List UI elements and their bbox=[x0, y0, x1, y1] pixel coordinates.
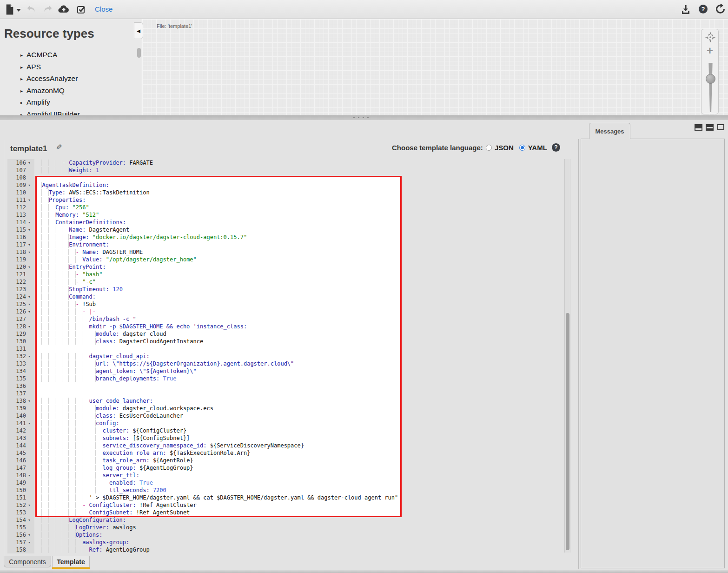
expand-triangle-icon[interactable]: ▸ bbox=[20, 76, 23, 81]
code-text[interactable]: class: DagsterCloudAgentInstance bbox=[34, 338, 203, 345]
resource-type-amazonmq[interactable]: ▸AmazonMQ bbox=[20, 86, 65, 95]
tab-messages[interactable]: Messages bbox=[589, 123, 630, 139]
horizontal-resize-handle[interactable] bbox=[0, 115, 728, 120]
code-text[interactable]: dagster_cloud_api: bbox=[34, 353, 150, 360]
fold-toggle-icon[interactable]: ▾ bbox=[26, 516, 33, 524]
expand-triangle-icon[interactable]: ▸ bbox=[20, 65, 23, 70]
code-text[interactable]: LogConfiguration: bbox=[34, 516, 126, 524]
code-line[interactable]: 110 Type: AWS::ECS::TaskDefinition bbox=[7, 189, 564, 196]
expand-triangle-icon[interactable]: ▸ bbox=[20, 88, 23, 93]
resource-type-acmpca[interactable]: ▸ACMPCA bbox=[20, 50, 57, 60]
file-menu-caret-icon[interactable] bbox=[16, 9, 21, 12]
code-line[interactable]: 119 Value: "/opt/dagster/dagster_home" bbox=[7, 256, 564, 263]
code-line[interactable]: 153 ConfigSubnet: !Ref AgentSubnet bbox=[7, 509, 564, 516]
code-text[interactable]: Cpu: "256" bbox=[34, 204, 89, 211]
code-text[interactable]: url: \"https://${DagsterOrganization}.ag… bbox=[34, 360, 294, 367]
code-line[interactable]: 126▾ - |- bbox=[7, 308, 564, 315]
code-text[interactable]: awslogs-group: bbox=[34, 539, 129, 546]
code-line[interactable]: 156▾ Options: bbox=[7, 531, 564, 539]
code-text[interactable]: Memory: "512" bbox=[34, 211, 99, 219]
code-line[interactable]: 124▾ Command: bbox=[7, 293, 564, 300]
code-line[interactable]: 157▾ awslogs-group: bbox=[7, 539, 564, 546]
code-line[interactable]: 154▾ LogConfiguration: bbox=[7, 516, 564, 524]
fold-toggle-icon[interactable]: ▾ bbox=[26, 248, 33, 256]
fold-toggle-icon[interactable]: ▾ bbox=[26, 308, 33, 315]
fold-toggle-icon[interactable]: ▾ bbox=[26, 353, 33, 360]
code-line[interactable]: 130 class: DagsterCloudAgentInstance bbox=[7, 338, 564, 345]
code-line[interactable]: 134 agent_token: \"${AgentToken}\" bbox=[7, 367, 564, 375]
resource-list-scrollbar[interactable] bbox=[137, 48, 141, 58]
code-text[interactable] bbox=[34, 174, 35, 181]
fold-toggle-icon[interactable]: ▾ bbox=[26, 196, 33, 204]
fold-toggle-icon[interactable]: ▾ bbox=[26, 539, 33, 546]
code-text[interactable]: branch_deployments: True bbox=[34, 375, 176, 382]
code-text[interactable]: execution_role_arn: ${TaskExecutionRole.… bbox=[34, 449, 250, 457]
collapse-panel-button[interactable]: ◀ bbox=[134, 22, 143, 39]
code-text[interactable]: Weight: 1 bbox=[34, 167, 99, 174]
code-line[interactable]: 118▾ - Name: DAGSTER_HOME bbox=[7, 248, 564, 256]
validate-checkbox-icon[interactable] bbox=[76, 4, 87, 15]
code-text[interactable]: /bin/bash -c " bbox=[34, 315, 136, 323]
code-text[interactable]: ' > $DAGSTER_HOME/dagster.yaml && cat $D… bbox=[34, 494, 398, 501]
code-text[interactable]: class: EcsUserCodeLauncher bbox=[34, 412, 183, 420]
template-editor[interactable]: 106▾ - CapacityProvider: FARGATE107 Weig… bbox=[7, 159, 564, 553]
code-line[interactable]: 128▾ mkdir -p $DAGSTER_HOME && echo 'ins… bbox=[7, 323, 564, 330]
code-line[interactable]: 143 subnets: [${ConfigSubnet}] bbox=[7, 434, 564, 442]
code-line[interactable]: 114▾ ContainerDefinitions: bbox=[7, 219, 564, 226]
code-text[interactable]: module: dagster_cloud.workspace.ecs bbox=[34, 405, 213, 412]
layout-split-view-icon[interactable] bbox=[706, 124, 714, 131]
tab-template[interactable]: Template bbox=[52, 556, 90, 567]
code-line[interactable]: 138▾ user_code_launcher: bbox=[7, 397, 564, 405]
code-text[interactable]: server_ttl: bbox=[34, 472, 139, 479]
code-line[interactable]: 115▾ - Name: DagsterAgent bbox=[7, 226, 564, 233]
code-line[interactable]: 131 bbox=[7, 345, 564, 353]
code-line[interactable]: 149 enabled: True bbox=[7, 479, 564, 486]
code-line[interactable]: 108 bbox=[7, 174, 564, 181]
code-text[interactable]: Options: bbox=[34, 531, 103, 539]
code-line[interactable]: 139 module: dagster_cloud.workspace.ecs bbox=[7, 405, 564, 412]
expand-triangle-icon[interactable]: ▸ bbox=[20, 112, 23, 116]
code-text[interactable]: - Name: DagsterAgent bbox=[34, 226, 129, 233]
rename-pencil-icon[interactable]: ✎ bbox=[56, 143, 62, 152]
code-text[interactable]: - "-c" bbox=[34, 278, 96, 286]
code-line[interactable]: 120▾ EntryPoint: bbox=[7, 263, 564, 271]
code-line[interactable]: 129 module: dagster_cloud bbox=[7, 330, 564, 338]
zoom-slider-handle[interactable] bbox=[706, 74, 715, 84]
code-text[interactable]: mkdir -p $DAGSTER_HOME && echo 'instance… bbox=[34, 323, 247, 330]
code-text[interactable]: - ConfigCluster: !Ref AgentCluster bbox=[34, 501, 197, 509]
expand-triangle-icon[interactable]: ▸ bbox=[20, 100, 23, 105]
fold-toggle-icon[interactable]: ▾ bbox=[26, 293, 33, 300]
code-text[interactable]: user_code_launcher: bbox=[34, 397, 153, 405]
layout-canvas-maximized-icon[interactable] bbox=[717, 124, 724, 130]
code-line[interactable]: 150 ttl_seconds: 7200 bbox=[7, 486, 564, 494]
code-line[interactable]: 141▾ config: bbox=[7, 420, 564, 427]
code-line[interactable]: 136 bbox=[7, 382, 564, 390]
zoom-in-icon[interactable]: + bbox=[702, 44, 718, 57]
code-line[interactable]: 140 class: EcsUserCodeLauncher bbox=[7, 412, 564, 420]
help-icon[interactable]: ? bbox=[699, 5, 708, 13]
code-text[interactable]: ContainerDefinitions: bbox=[34, 219, 126, 226]
code-text[interactable] bbox=[34, 382, 35, 390]
redo-icon[interactable] bbox=[42, 4, 53, 15]
code-line[interactable]: 122 - "-c" bbox=[7, 278, 564, 286]
code-line[interactable]: 112 Cpu: "256" bbox=[7, 204, 564, 211]
editor-scrollbar-track[interactable] bbox=[564, 159, 570, 553]
fold-toggle-icon[interactable]: ▾ bbox=[26, 219, 33, 226]
code-text[interactable]: ConfigSubnet: !Ref AgentSubnet bbox=[34, 509, 190, 516]
code-text[interactable]: cluster: ${ConfigCluster} bbox=[34, 427, 186, 434]
code-text[interactable]: - CapacityProvider: FARGATE bbox=[34, 159, 153, 167]
designer-canvas[interactable]: File: 'template1' + bbox=[142, 19, 728, 115]
code-line[interactable]: 133 url: \"https://${DagsterOrganization… bbox=[7, 360, 564, 367]
code-text[interactable]: task_role_arn: ${AgentRole} bbox=[34, 457, 193, 464]
fold-toggle-icon[interactable]: ▾ bbox=[26, 181, 33, 189]
refresh-icon[interactable] bbox=[715, 4, 726, 15]
code-text[interactable] bbox=[34, 390, 35, 397]
code-line[interactable]: 121 - "bash" bbox=[7, 271, 564, 278]
code-line[interactable]: 116 Image: "docker.io/dagster/dagster-cl… bbox=[7, 233, 564, 241]
code-text[interactable]: AgentTaskDefinition: bbox=[34, 181, 109, 189]
code-text[interactable]: StopTimeout: 120 bbox=[34, 286, 123, 293]
resource-type-aps[interactable]: ▸APS bbox=[20, 62, 41, 72]
undo-icon[interactable] bbox=[26, 4, 37, 15]
editor-scrollbar-thumb[interactable] bbox=[566, 313, 569, 550]
code-line[interactable]: 123 StopTimeout: 120 bbox=[7, 286, 564, 293]
